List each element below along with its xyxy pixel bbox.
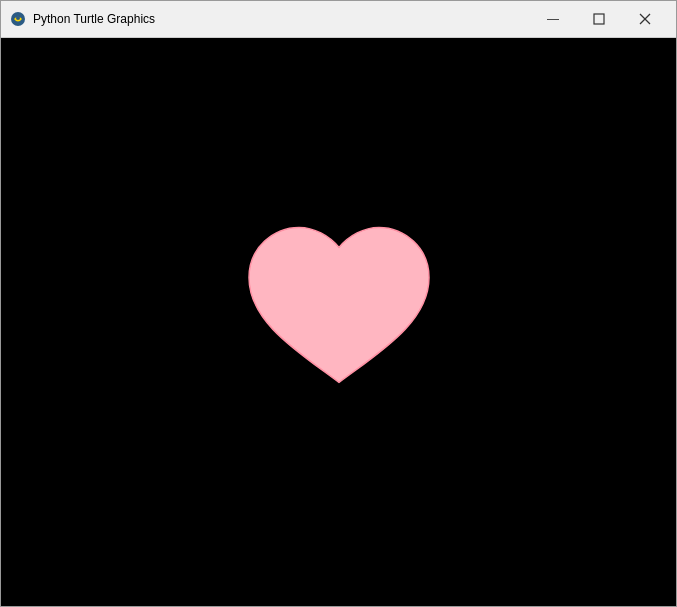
svg-point-1	[16, 16, 20, 20]
close-button[interactable]	[622, 1, 668, 38]
title-bar: Python Turtle Graphics —	[1, 1, 676, 38]
svg-rect-2	[594, 14, 604, 24]
window-title: Python Turtle Graphics	[33, 12, 530, 26]
heart-shape	[239, 212, 439, 401]
window: Python Turtle Graphics —	[0, 0, 677, 607]
turtle-canvas	[1, 38, 676, 606]
maximize-button[interactable]	[576, 1, 622, 38]
app-icon	[9, 10, 27, 28]
minimize-button[interactable]: —	[530, 1, 576, 38]
window-controls: —	[530, 1, 668, 38]
